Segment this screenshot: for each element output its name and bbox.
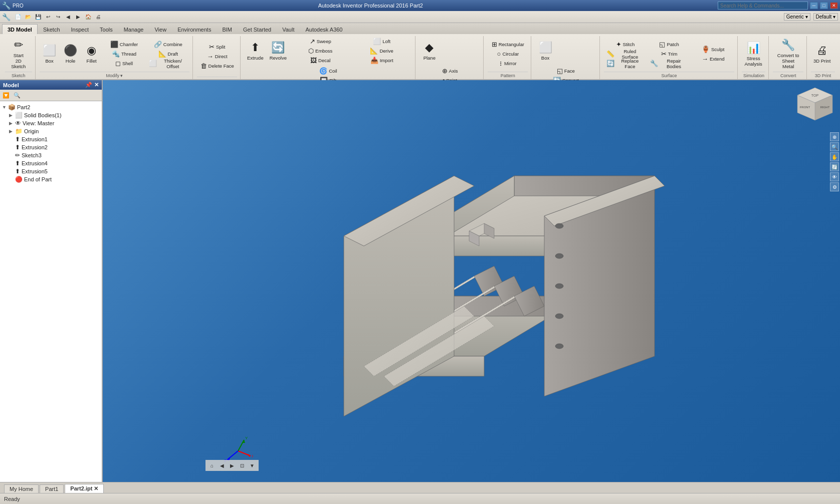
nav-arrow-button[interactable]: ▼ (248, 461, 257, 470)
3d-model-view[interactable] (314, 136, 665, 426)
emboss-button[interactable]: ⬡ Emboss (290, 46, 350, 55)
derive-icon: 📐 (370, 47, 378, 55)
part1-tab[interactable]: Part1 (40, 484, 64, 493)
combine-button[interactable]: 🔗 Combine (146, 40, 189, 49)
ruled-surface-button[interactable]: 📏 Ruled Surface (604, 50, 647, 59)
zoom-all-button[interactable]: ⊕ (830, 132, 839, 141)
look-at-button[interactable]: 👁 (830, 172, 839, 181)
trim-button[interactable]: ✂ Trim (648, 50, 691, 59)
freeform-box-button[interactable]: ⬜ Box (535, 36, 555, 65)
extend-button[interactable]: → Extend (692, 54, 735, 63)
rectangular-button[interactable]: ⊞ Rectangular (488, 40, 528, 49)
tab-sketch[interactable]: Sketch (38, 24, 66, 34)
close-button[interactable]: ✕ (830, 2, 838, 9)
hole-button[interactable]: ⚫ Hole (61, 40, 81, 69)
thicken-offset-button[interactable]: ⬜ Thicken/ Offset (146, 59, 189, 68)
fillet-button[interactable]: ◉ Fillet (82, 40, 102, 69)
save-button[interactable]: 💾 (34, 13, 43, 22)
replace-face-icon: 🔄 (606, 60, 614, 67)
draft-button[interactable]: 📐 Draft (146, 50, 189, 59)
orbit-button[interactable]: 🔄 (830, 162, 839, 171)
derive-button[interactable]: 📐 Derive (351, 46, 411, 55)
zoom-button[interactable]: 🔍 (830, 142, 839, 151)
tab-get-started[interactable]: Get Started (238, 24, 277, 34)
home-qa-button[interactable]: 🏠 (84, 13, 93, 22)
circular-button[interactable]: ○ Circular (488, 50, 528, 59)
tab-vault[interactable]: Vault (277, 24, 300, 34)
nav-home-button[interactable]: ⌂ (207, 461, 217, 470)
view-master-node[interactable]: ▶ 👁 View: Master (0, 119, 102, 127)
undo-button[interactable]: ↩ (44, 13, 53, 22)
direct-button[interactable]: → Direct (197, 52, 237, 61)
tab-autodesk-a360[interactable]: Autodesk A360 (300, 24, 348, 34)
3d-print-button[interactable]: 🖨 3D Print (811, 40, 833, 69)
print-button[interactable]: 🖨 (94, 13, 103, 22)
new-button[interactable]: 📄 (14, 13, 23, 22)
search-button[interactable]: 🔍 (12, 91, 22, 100)
chamfer-button[interactable]: ⬛ Chamfer (103, 40, 146, 49)
nav-next-button[interactable]: ▶ (228, 461, 237, 470)
style-selector[interactable]: Generic ▾ (784, 13, 810, 21)
maximize-button[interactable]: □ (820, 2, 828, 9)
back-button[interactable]: ◀ (64, 13, 73, 22)
coil-button[interactable]: 🌀 Coil (245, 66, 412, 75)
tab-3d-model[interactable]: 3D Model (2, 24, 38, 34)
tab-tools[interactable]: Tools (94, 24, 118, 34)
delete-face-button[interactable]: 🗑 Delete Face (197, 62, 237, 71)
extrusion4-node[interactable]: ⬆ Extrusion4 (0, 159, 102, 167)
tab-inspect[interactable]: Inspect (66, 24, 94, 34)
import-button[interactable]: 📥 Import (351, 56, 411, 65)
redo-button[interactable]: ↪ (54, 13, 63, 22)
extrude-button[interactable]: ⬆ Extrude (245, 36, 266, 65)
sweep-button[interactable]: ↗ Sweep (290, 37, 350, 46)
convert-sheet-metal-button[interactable]: 🔧 Convert toSheet Metal (773, 40, 803, 69)
pan-button[interactable]: ✋ (830, 152, 839, 161)
my-home-tab[interactable]: My Home (4, 484, 39, 493)
stitch-button[interactable]: ✦ Stitch (604, 40, 647, 49)
box-button[interactable]: ⬜ Box (40, 40, 60, 69)
patch-button[interactable]: ◱ Patch (648, 40, 691, 49)
split-button[interactable]: ✂ Split (197, 43, 237, 52)
minimize-button[interactable]: ─ (810, 2, 818, 9)
loft-button[interactable]: ⬜ Loft (351, 37, 411, 46)
extrusion5-node[interactable]: ⬆ Extrusion5 (0, 167, 102, 175)
sculpt-button[interactable]: 🏺 Sculpt (692, 45, 735, 54)
nav-zoom-button[interactable]: ⊡ (238, 461, 247, 470)
decal-button[interactable]: 🖼 Decal (290, 56, 350, 65)
shell-button[interactable]: ◻ Shell (103, 59, 146, 68)
thread-button[interactable]: 🔩 Thread (103, 50, 146, 59)
tab-view[interactable]: View (149, 24, 172, 34)
panel-pin-button[interactable]: 📌 (85, 82, 92, 88)
revolve-button[interactable]: 🔄 Revolve (267, 36, 289, 65)
end-of-part-node[interactable]: 🔴 End of Part (0, 175, 102, 183)
view-cube[interactable]: TOP RIGHT FRONT (795, 85, 835, 125)
solid-bodies-node[interactable]: ▶ ⬜ Solid Bodies(1) (0, 111, 102, 119)
open-button[interactable]: 📂 (24, 13, 33, 22)
nav-settings-button[interactable]: ⚙ (830, 182, 839, 191)
default-selector[interactable]: Default ▾ (813, 13, 838, 21)
extrusion1-node[interactable]: ⬆ Extrusion1 (0, 135, 102, 143)
axis-button[interactable]: ⊕ Axis (419, 66, 481, 75)
tab-bim[interactable]: BIM (217, 24, 238, 34)
filter-button[interactable]: 🔽 (1, 91, 11, 100)
replace-face-button[interactable]: 🔄 Replace Face (604, 59, 647, 68)
part2-tab[interactable]: Part2.ipt ✕ (65, 484, 104, 493)
face-button[interactable]: ◱ Face (535, 66, 596, 75)
forward-button[interactable]: ▶ (74, 13, 83, 22)
search-input[interactable] (718, 2, 808, 10)
panel-close-button[interactable]: ✕ (94, 82, 99, 88)
app-menu-button[interactable]: 🔧 (2, 13, 11, 21)
repair-bodies-button[interactable]: 🔧 Repair Bodies (648, 59, 691, 68)
tab-environments[interactable]: Environments (172, 24, 217, 34)
sketch3-node[interactable]: ✏ Sketch3 (0, 151, 102, 159)
mirror-button[interactable]: ⫶ Mirror (488, 59, 528, 68)
start-2d-sketch-button[interactable]: ✏ Start2D Sketch (5, 40, 32, 69)
plane-button[interactable]: ◆ Plane (419, 36, 440, 65)
tab-manage[interactable]: Manage (118, 24, 149, 34)
stress-analysis-button[interactable]: 📊 StressAnalysis (742, 40, 764, 69)
nav-prev-button[interactable]: ◀ (218, 461, 227, 470)
extrusion2-node[interactable]: ⬆ Extrusion2 (0, 143, 102, 151)
part2-node[interactable]: ▼ 📦 Part2 (0, 103, 102, 111)
viewport[interactable]: TOP RIGHT FRONT ⊕ 🔍 ✋ 🔄 👁 ⚙ (103, 80, 840, 482)
origin-node[interactable]: ▶ 📁 Origin (0, 127, 102, 135)
